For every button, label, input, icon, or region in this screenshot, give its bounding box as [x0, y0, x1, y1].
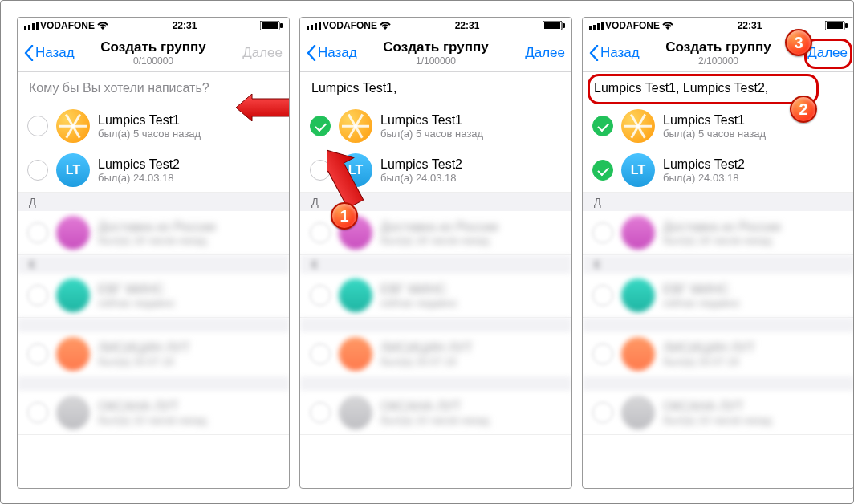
callout-arrow-icon: [236, 94, 290, 121]
contact-status: был(а) 5 часов назад: [98, 128, 201, 140]
wifi-icon: [379, 21, 392, 30]
contact-row-blurred[interactable]: ОКСАНА ЛУТбыл(а) 10 часов назад: [583, 391, 854, 435]
section-header: [18, 376, 289, 391]
contact-row-blurred[interactable]: ЛИСИЦИН ЛУТбыл(а) 20.07.18: [583, 332, 854, 376]
svg-rect-5: [262, 22, 278, 29]
svg-rect-8: [307, 26, 309, 30]
back-button[interactable]: Назад: [24, 45, 75, 61]
contact-name: Lumpics Test1: [98, 113, 201, 128]
section-header: E: [18, 255, 289, 274]
contact-row-blurred[interactable]: Доставка из Россиибыл(а) 18 часов назад: [583, 211, 854, 255]
section-header: [300, 376, 571, 391]
carrier-label: VODAFONE: [40, 20, 95, 31]
callout-badge-1: 1: [331, 202, 358, 230]
contact-status: был(а) 5 часов назад: [380, 128, 483, 140]
next-button[interactable]: Далее: [525, 45, 565, 61]
section-header: Д: [583, 193, 854, 211]
svg-rect-9: [311, 25, 313, 30]
contact-row-blurred[interactable]: ЕВГ МИНСсейчас недавно: [300, 274, 571, 318]
contact-row-blurred[interactable]: ОКСАНА ЛУТбыл(а) 10 часов назад: [18, 391, 289, 435]
back-label: Назад: [318, 45, 357, 61]
back-label: Назад: [35, 45, 75, 61]
clock-label: 22:31: [455, 20, 480, 31]
contact-name: Lumpics Test1: [663, 113, 766, 128]
contact-name: Lumpics Test1: [380, 113, 483, 128]
svg-rect-13: [544, 22, 560, 29]
svg-rect-2: [32, 23, 35, 30]
contact-row-blurred[interactable]: ЛИСИЦИН ЛУТбыл(а) 20.07.18: [300, 332, 571, 376]
checkbox-unchecked-icon[interactable]: [27, 160, 48, 181]
contact-status: был(а) 24.03.18: [663, 172, 745, 184]
status-bar: VODAFONE 22:31: [18, 18, 289, 34]
signal-icon: [24, 22, 39, 30]
back-label: Назад: [600, 45, 640, 61]
section-header: [18, 318, 289, 332]
checkbox-checked-icon[interactable]: [592, 160, 613, 181]
chevron-left-icon: [589, 45, 599, 61]
checkbox-unchecked-icon[interactable]: [27, 116, 48, 136]
contact-row-blurred[interactable]: ЕВГ МИНСсейчас недавно: [583, 274, 854, 318]
svg-marker-7: [236, 94, 290, 121]
section-header: [583, 318, 854, 332]
contact-row-blurred[interactable]: ОКСАНА ЛУТбыл(а) 10 часов назад: [300, 391, 571, 435]
clock-label: 22:31: [173, 20, 197, 31]
chevron-left-icon: [307, 45, 316, 61]
screen-create-group-step2: VODAFONE 22:31 Назад Создать группу 2/10…: [582, 17, 854, 489]
contact-row-blurred[interactable]: ЕВГ МИНСсейчас недавно: [18, 274, 289, 318]
status-bar: VODAFONE 22:31: [583, 18, 854, 34]
screen-create-group-step1: VODAFONE 22:31 Назад Создать группу 1/10…: [299, 17, 572, 489]
section-header: [300, 318, 571, 332]
avatar: LT: [56, 153, 90, 187]
screen-create-group-step0: VODAFONE 22:31 Назад Создать группу 0/10…: [17, 17, 290, 489]
checkbox-checked-icon[interactable]: [592, 116, 613, 136]
section-header: E: [300, 255, 571, 274]
avatar: [339, 109, 372, 143]
callout-highlight-selected: [588, 74, 819, 104]
battery-icon: [543, 21, 565, 30]
carrier-label: VODAFONE: [323, 20, 377, 31]
clock-label: 22:31: [738, 20, 762, 31]
contact-row-lumpics2[interactable]: LT Lumpics Test2 был(а) 24.03.18: [18, 148, 289, 193]
wifi-icon: [96, 21, 109, 30]
back-button[interactable]: Назад: [307, 45, 357, 61]
callout-badge-2: 2: [790, 96, 817, 123]
contact-row-blurred[interactable]: Доставка из Россиибыл(а) 18 часов назад: [18, 211, 289, 255]
svg-rect-6: [280, 23, 283, 28]
avatar: LT: [621, 153, 655, 187]
contact-name: Lumpics Test2: [380, 157, 462, 172]
battery-icon: [260, 21, 283, 30]
contact-row-blurred[interactable]: ЛИСИЦИН ЛУТбыл(а) 20.07.18: [18, 332, 289, 376]
svg-rect-18: [597, 23, 600, 30]
svg-rect-14: [563, 23, 565, 28]
svg-rect-22: [845, 23, 848, 28]
svg-rect-11: [319, 22, 321, 30]
contact-status: был(а) 5 часов назад: [663, 128, 766, 140]
svg-marker-15: [327, 146, 373, 207]
svg-rect-21: [827, 22, 843, 29]
callout-arrow-icon: [327, 146, 375, 207]
nav-bar: Назад Создать группу 1/100000 Далее: [300, 34, 571, 72]
signal-icon: [307, 22, 321, 30]
checkbox-checked-icon[interactable]: [310, 116, 331, 136]
chevron-left-icon: [24, 45, 34, 61]
next-button[interactable]: Далее: [242, 45, 283, 61]
contact-row-lumpics2[interactable]: LT Lumpics Test2 был(а) 24.03.18: [583, 148, 854, 193]
contact-status: был(а) 24.03.18: [98, 172, 180, 184]
svg-rect-3: [36, 22, 39, 30]
back-button[interactable]: Назад: [589, 45, 640, 61]
signal-icon: [589, 22, 604, 30]
callout-badge-3: 3: [785, 29, 812, 56]
avatar: [56, 109, 90, 143]
wifi-icon: [661, 21, 674, 30]
selected-members-field[interactable]: Lumpics Test1,: [300, 72, 571, 104]
svg-rect-0: [24, 26, 26, 30]
carrier-label: VODAFONE: [605, 20, 660, 31]
svg-rect-17: [593, 25, 596, 30]
svg-rect-10: [315, 23, 317, 30]
battery-icon: [825, 21, 848, 30]
contact-name: Lumpics Test2: [98, 157, 180, 172]
contact-name: Lumpics Test2: [663, 157, 745, 172]
section-header: Д: [18, 193, 289, 211]
contact-row-lumpics1[interactable]: Lumpics Test1 был(а) 5 часов назад: [300, 104, 571, 148]
avatar: [621, 109, 655, 143]
